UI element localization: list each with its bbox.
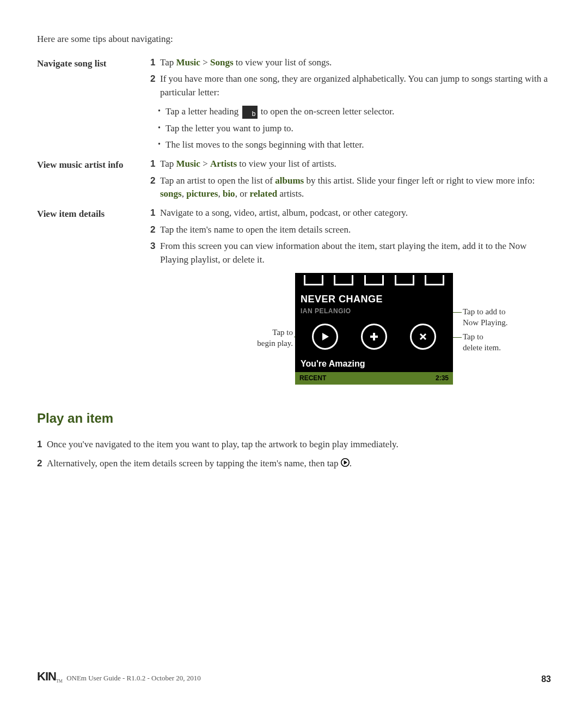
step-text: Navigate to a song, video, artist, album… (160, 206, 551, 220)
term-artists: Artists (210, 159, 237, 169)
step-number: 2 (150, 174, 160, 201)
footer-left: KINTM ONEm User Guide - R1.0.2 - October… (37, 668, 201, 685)
device-recent-label: RECENT (299, 374, 326, 383)
section-title-play: Play an item (37, 409, 551, 428)
step-text: Tap Music > Songs to view your list of s… (160, 56, 551, 70)
svg-marker-6 (344, 460, 347, 465)
svg-rect-2 (370, 336, 378, 338)
delete-icon[interactable] (410, 324, 436, 350)
row-content-artist: 1 Tap Music > Artists to view your list … (150, 157, 551, 204)
play-icon-inline (341, 458, 350, 471)
term-pictures: pictures (186, 188, 218, 199)
row-content-details: 1 Navigate to a song, video, artist, alb… (150, 206, 551, 388)
step-number: 2 (150, 72, 160, 99)
term-bio: bio (223, 188, 235, 199)
row-label-navigate: Navigate song list (37, 56, 150, 71)
add-icon[interactable] (361, 324, 387, 350)
step-number: 1 (150, 206, 160, 220)
term-related: related (250, 188, 278, 199)
device-next-title: You're Amazing (295, 355, 453, 372)
row-details: View item details 1 Navigate to a song, … (37, 206, 551, 388)
term-songs: Songs (210, 57, 234, 68)
bullet: • (158, 105, 166, 119)
step-text: Tap Music > Artists to view your list of… (160, 157, 551, 171)
bullet: • (158, 122, 166, 136)
step-text: Once you've navigated to the item you wa… (47, 438, 551, 452)
device-figure: Tap tobegin play. Tap to add toNow Playi… (236, 273, 465, 387)
term-music: Music (176, 57, 200, 68)
device-duration: 2:35 (436, 374, 449, 383)
page-footer: KINTM ONEm User Guide - R1.0.2 - October… (37, 668, 551, 685)
device-footer-bar: RECENT 2:35 (295, 372, 453, 385)
term-albums: albums (275, 175, 304, 186)
device-screenshot: NEVER CHANGE IAN PELANGIO You're Amazing… (295, 273, 453, 385)
page-number: 83 (541, 673, 551, 685)
play-icon[interactable] (312, 324, 338, 350)
callout-play: Tap tobegin play. (235, 327, 293, 349)
step-text: Tap an artist to open the list of albums… (160, 174, 551, 201)
term-music: Music (176, 159, 200, 169)
bullet-text: Tap the letter you want to jump to. (166, 122, 293, 136)
row-navigate: Navigate song list 1 Tap Music > Songs t… (37, 56, 551, 155)
bullet: • (158, 138, 166, 152)
bullet-text: Tap a letter heading b to open the on-sc… (166, 105, 394, 119)
row-artist: View music artist info 1 Tap Music > Art… (37, 157, 551, 204)
step-text: From this screen you can view informatio… (160, 240, 551, 266)
play-section-list: 1 Once you've navigated to the item you … (37, 438, 551, 471)
row-label-details: View item details (37, 206, 150, 221)
bullet-text: The list moves to the songs beginning wi… (166, 138, 364, 152)
callout-delete: Tap todelete item. (463, 332, 534, 353)
intro-text: Here are some tips about navigating: (37, 33, 551, 46)
step-number: 1 (150, 56, 160, 70)
device-artist: IAN PELANGIO (295, 307, 453, 321)
callout-add: Tap to add toNow Playing. (463, 307, 534, 328)
kin-logo: KINTM (37, 668, 63, 685)
step-number: 1 (37, 438, 47, 452)
svg-marker-0 (322, 333, 329, 340)
step-number: 1 (150, 157, 160, 171)
device-decor (295, 273, 453, 287)
row-content-navigate: 1 Tap Music > Songs to view your list of… (150, 56, 551, 155)
row-label-artist: View music artist info (37, 157, 150, 172)
step-text: Alternatively, open the item details scr… (47, 457, 551, 471)
device-song-title: NEVER CHANGE (295, 287, 453, 306)
step-text: Tap the item's name to open the item det… (160, 223, 551, 237)
footer-text: ONEm User Guide - R1.0.2 - October 20, 2… (65, 674, 201, 682)
step-number: 2 (37, 457, 47, 471)
letter-heading-icon: b (242, 106, 258, 119)
step-number: 3 (150, 240, 160, 266)
term-songs: songs (160, 188, 182, 199)
step-text: If you have more than one song, they are… (160, 72, 551, 99)
step-number: 2 (150, 223, 160, 237)
